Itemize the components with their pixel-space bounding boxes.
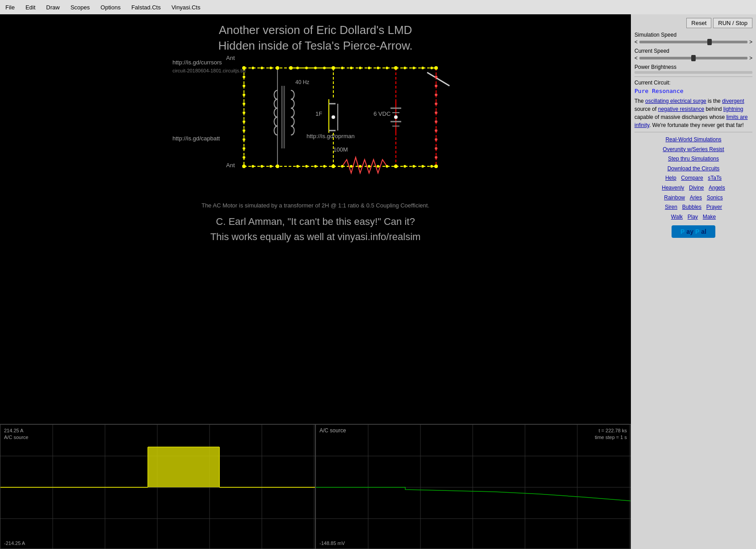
svg-point-64	[386, 165, 388, 168]
cur-speed-thumb[interactable]	[691, 55, 696, 61]
svg-point-30	[332, 165, 335, 168]
link-play[interactable]: Play	[688, 214, 698, 220]
sim-speed-right-arrow[interactable]: >	[749, 39, 752, 45]
menu-file[interactable]: File	[4, 3, 17, 12]
link-angels[interactable]: Angels	[709, 185, 725, 191]
link-step-thru[interactable]: Step thru Simulations	[668, 156, 719, 162]
simulation-speed-section: Simulation Speed < >	[634, 32, 752, 45]
svg-point-73	[243, 111, 245, 114]
reset-button[interactable]: Reset	[686, 18, 711, 28]
footer-note: The AC Motor is simulated by a transform…	[0, 202, 631, 209]
svg-point-74	[243, 120, 245, 123]
circuit-title-link[interactable]: Pure Resonance	[634, 88, 752, 94]
link-help[interactable]: Help	[665, 175, 676, 181]
svg-point-60	[350, 165, 353, 168]
scope-panel-left: 214.25 A A/C source -214.25 A	[0, 424, 315, 549]
svg-point-40	[314, 67, 317, 69]
menu-scopes[interactable]: Scopes	[69, 3, 92, 12]
svg-point-82	[435, 102, 437, 105]
links-section: Real-World Simulations Overunity w/Serie…	[634, 135, 752, 222]
sidebar: Reset RUN / Stop Simulation Speed < > Cu…	[631, 14, 756, 549]
svg-point-59	[341, 165, 344, 168]
svg-point-47	[386, 67, 388, 69]
cur-speed-track[interactable]	[639, 57, 748, 59]
circuit-title-line2: Hidden inside of Tesla's Pierce-Arrow.	[0, 39, 631, 53]
svg-point-56	[305, 165, 308, 168]
svg-point-33	[332, 115, 335, 119]
run-stop-button[interactable]: RUN / Stop	[713, 18, 752, 28]
menu-edit[interactable]: Edit	[24, 3, 37, 12]
link-siren[interactable]: Siren	[665, 204, 677, 210]
svg-point-38	[296, 67, 299, 69]
svg-point-22	[242, 66, 246, 70]
svg-point-45	[368, 67, 370, 69]
link-prayer[interactable]: Prayer	[706, 204, 722, 210]
paypal-button[interactable]: PayPal	[672, 225, 715, 238]
divider-1	[634, 76, 752, 77]
link-bubbles[interactable]: Bubbles	[682, 204, 701, 210]
link-divergent[interactable]: divergent	[722, 98, 744, 104]
svg-point-28	[242, 165, 246, 168]
svg-point-66	[412, 165, 415, 168]
svg-point-87	[435, 147, 437, 150]
link-overunity[interactable]: Overunity w/Series Resist	[663, 146, 724, 152]
link-limits[interactable]: limits are infinity	[634, 114, 748, 128]
svg-point-80	[435, 84, 437, 87]
link-oscillating[interactable]: oscillating electrical surge	[645, 98, 706, 104]
svg-point-70	[243, 84, 245, 87]
svg-point-77	[243, 147, 245, 150]
svg-point-75	[243, 129, 245, 132]
link-sonics[interactable]: Sonics	[707, 194, 723, 201]
link-stats[interactable]: sTaTs	[708, 175, 722, 181]
sim-speed-thumb[interactable]	[707, 39, 712, 45]
link-real-world[interactable]: Real-World Simulations	[665, 136, 721, 143]
svg-point-76	[243, 138, 245, 141]
svg-point-37	[269, 67, 272, 69]
svg-point-52	[252, 165, 254, 168]
svg-point-86	[435, 138, 437, 141]
svg-point-72	[243, 102, 245, 105]
scope-area: 214.25 A A/C source -214.25 A	[0, 424, 631, 549]
menu-vinyasi[interactable]: Vinyasi.Cts	[170, 3, 202, 12]
menu-options[interactable]: Options	[99, 3, 122, 12]
svg-point-24	[289, 66, 293, 70]
power-brightness-track[interactable]	[634, 71, 752, 74]
link-lightning[interactable]: lightning	[723, 106, 743, 112]
menubar: File Edit Draw Scopes Options Falstad.Ct…	[0, 0, 756, 14]
cur-speed-left-arrow[interactable]: <	[634, 55, 638, 61]
svg-point-42	[341, 67, 344, 69]
svg-point-84	[435, 120, 437, 123]
sim-speed-track[interactable]	[639, 41, 748, 43]
link-divine[interactable]: Divine	[689, 185, 704, 191]
link-walk[interactable]: Walk	[671, 214, 683, 220]
svg-point-34	[394, 115, 398, 119]
menu-falstad[interactable]: Falstad.Cts	[130, 3, 163, 12]
power-brightness-slider-row	[634, 71, 752, 74]
link-compare[interactable]: Compare	[681, 175, 703, 181]
svg-point-61	[359, 165, 361, 168]
sim-speed-left-arrow[interactable]: <	[634, 39, 638, 45]
svg-point-58	[323, 165, 326, 168]
circuit-description: The oscillating electrical surge is the …	[634, 97, 752, 129]
svg-point-85	[435, 129, 437, 132]
current-speed-section: Current Speed < >	[634, 48, 752, 61]
simulation-speed-label: Simulation Speed	[634, 32, 752, 38]
cur-speed-right-arrow[interactable]: >	[749, 55, 752, 61]
svg-point-25	[332, 66, 335, 70]
sidebar-top-row: Reset RUN / Stop	[634, 18, 752, 28]
svg-point-46	[377, 67, 379, 69]
svg-point-35	[252, 67, 254, 69]
menu-draw[interactable]: Draw	[44, 3, 61, 12]
link-download[interactable]: Download the Circuits	[668, 165, 720, 172]
link-make[interactable]: Make	[703, 214, 716, 220]
link-rainbow[interactable]: Rainbow	[664, 194, 685, 201]
svg-point-63	[377, 165, 379, 168]
svg-point-51	[430, 67, 433, 69]
svg-point-49	[412, 67, 415, 69]
scope-panel-right: A/C source t = 222.78 ks time step = 1 s…	[315, 424, 631, 549]
quote-line1: C. Earl Amman, "It can't be this easy!" …	[0, 216, 631, 228]
svg-point-69	[243, 76, 245, 78]
link-aries[interactable]: Aries	[690, 194, 702, 201]
link-negative-resistance[interactable]: negative resistance	[658, 106, 704, 112]
link-heavenly[interactable]: Heavenly	[662, 185, 684, 191]
